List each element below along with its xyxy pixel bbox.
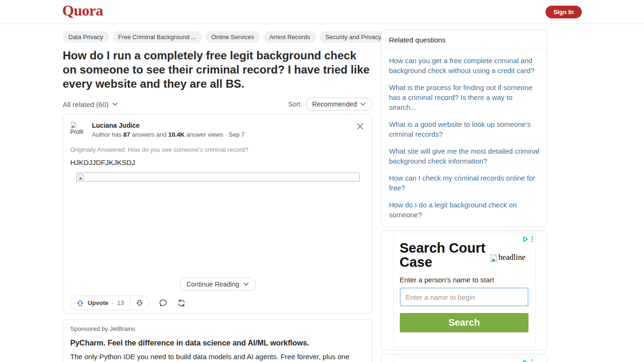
chevron-down-icon — [243, 282, 249, 286]
answers-count: 87 — [124, 131, 130, 138]
quora-page: Quora Sign In Data Privacy Free Criminal… — [0, 0, 644, 362]
comment-button[interactable] — [158, 298, 168, 308]
sign-in-button[interactable]: Sign In — [545, 6, 582, 18]
tag-security-and-privacy[interactable]: Security and Privacy — [320, 31, 387, 43]
related-question-link[interactable]: How can you get a free complete criminal… — [389, 56, 539, 75]
upvote-count: 13 — [117, 299, 124, 306]
continue-reading-label: Continue Reading — [186, 280, 239, 288]
related-questions-title: Related questions — [381, 30, 547, 49]
ad-broken-image: headline — [490, 253, 526, 262]
downvote-button[interactable] — [130, 296, 149, 310]
repost-button[interactable] — [177, 298, 186, 308]
views-count: 10.4K — [168, 131, 185, 138]
avatar[interactable]: Profil — [70, 122, 87, 140]
ad-prompt: Enter a person's name to start — [400, 276, 535, 284]
answers-filter-dropdown[interactable]: All related (60) — [63, 100, 118, 108]
answers-controls: All related (60) Sort Recommended — [63, 98, 372, 111]
ad-search-button[interactable]: Search — [400, 313, 528, 332]
kebab-menu-icon[interactable] — [531, 236, 533, 242]
answer-card: Profil Luciana Judice Author has 87 answ… — [63, 114, 372, 313]
sort-control: Sort Recommended — [288, 98, 372, 111]
ad-card: Search Court — [381, 354, 547, 362]
kebab-menu-icon[interactable] — [531, 359, 533, 362]
ad-name-input[interactable] — [400, 288, 528, 306]
author-meta: Author has 87 answers and 10.4K answer v… — [92, 131, 245, 138]
ad-frame: Search Court Case headline Enter a perso… — [393, 233, 536, 347]
question-title: How do I run a completely free legit bac… — [63, 49, 372, 91]
broken-image-icon — [490, 254, 498, 262]
answer-body-text: HJKDJJDFJKJKSDJ — [70, 158, 365, 166]
comment-icon — [158, 298, 168, 308]
related-questions-card: Related questions How can you get a free… — [381, 30, 547, 227]
chevron-down-icon — [360, 102, 366, 106]
sponsored-label: Sponsored by JetBrains — [70, 325, 365, 332]
related-question-link[interactable]: How can I check my criminal records onli… — [389, 173, 539, 193]
related-question-link[interactable]: What site will give me the most detailed… — [389, 146, 539, 166]
close-icon[interactable] — [356, 123, 364, 130]
related-question-link[interactable]: What is the process for finding out if s… — [389, 82, 539, 112]
sort-label: Sort — [288, 100, 300, 108]
avatar-alt-text: Profil — [70, 129, 87, 135]
vote-pill: Upvote · 13 — [70, 296, 149, 310]
upvote-icon — [76, 299, 84, 307]
broken-image-icon — [70, 122, 77, 128]
ad-controls — [522, 236, 533, 242]
tag-arrest-records[interactable]: Arrest Records — [264, 31, 316, 43]
broken-image-icon — [78, 173, 84, 180]
tag-free-criminal-background[interactable]: Free Criminal Background ... — [113, 31, 202, 43]
tag-data-privacy[interactable]: Data Privacy — [63, 31, 109, 43]
chevron-down-icon — [112, 102, 118, 106]
originally-answered[interactable]: Originally Answered: How do you see some… — [70, 146, 365, 153]
top-bar: Quora Sign In — [0, 0, 644, 24]
answer-date: Sep 7 — [229, 131, 245, 138]
ad-frame: Search Court — [393, 357, 536, 362]
sort-dropdown[interactable]: Recommended — [305, 98, 372, 111]
sort-value: Recommended — [312, 100, 357, 108]
topic-tags: Data Privacy Free Criminal Background ..… — [63, 31, 372, 43]
answer-action-bar: Upvote · 13 — [70, 296, 186, 310]
answer-header: Profil Luciana Judice Author has 87 answ… — [70, 122, 365, 140]
related-questions-list: How can you get a free complete criminal… — [381, 49, 547, 226]
author-info: Luciana Judice Author has 87 answers and… — [92, 122, 245, 140]
answer-broken-image — [76, 173, 360, 181]
downvote-icon — [135, 299, 144, 307]
related-question-link[interactable]: What is a good website to look up someon… — [389, 119, 539, 139]
upvote-button[interactable]: Upvote · 13 — [71, 296, 130, 310]
ad-card: Search Court Case headline Enter a perso… — [381, 230, 547, 350]
continue-reading-button[interactable]: Continue Reading — [179, 278, 256, 291]
ad-controls — [522, 359, 533, 362]
related-question-link[interactable]: How do I do a legit background check on … — [389, 200, 539, 220]
ad-image-alt-text: headline — [498, 253, 526, 262]
sponsored-card: Sponsored by JetBrains PyCharm. Feel the… — [63, 319, 372, 362]
main-column: Data Privacy Free Criminal Background ..… — [63, 31, 372, 362]
tag-online-services[interactable]: Online Services — [206, 31, 260, 43]
adchoices-icon[interactable] — [522, 360, 528, 362]
sidebar: Related questions How can you get a free… — [381, 30, 547, 362]
quora-logo[interactable]: Quora — [62, 2, 103, 19]
sponsored-title[interactable]: PyCharm. Feel the difference in data sci… — [70, 339, 365, 347]
ad-headline[interactable]: Search Court Case — [400, 241, 494, 269]
repost-icon — [177, 298, 186, 308]
author-name[interactable]: Luciana Judice — [92, 122, 245, 129]
sponsored-body: The only Python IDE you need to build da… — [70, 352, 353, 362]
adchoices-icon[interactable] — [522, 236, 528, 242]
answers-filter-label: All related (60) — [63, 100, 109, 108]
upvote-label: Upvote — [88, 299, 108, 306]
